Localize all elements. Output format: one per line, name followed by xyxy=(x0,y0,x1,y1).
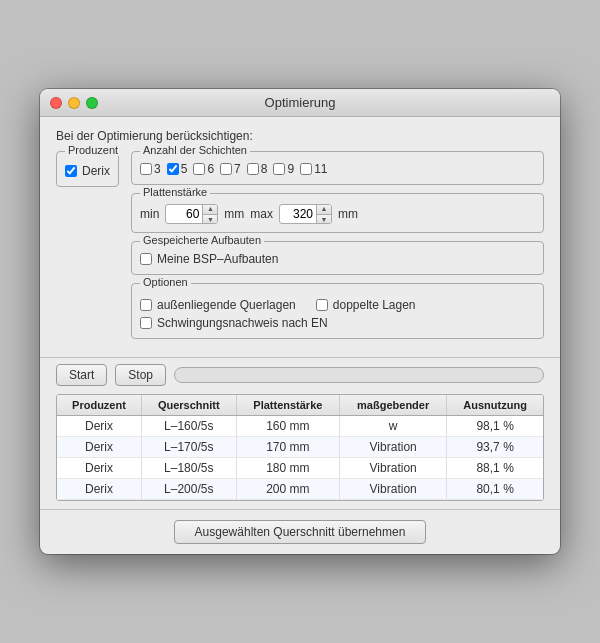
maximize-button[interactable] xyxy=(86,97,98,109)
section-header: Bei der Optimierung berücksichtigen: xyxy=(56,129,544,143)
produzent-derix-checkbox[interactable] xyxy=(65,165,77,177)
min-spin-down[interactable]: ▼ xyxy=(203,215,217,225)
table-cell: 170 mm xyxy=(236,437,339,458)
minimize-button[interactable] xyxy=(68,97,80,109)
options-row1: außenliegende Querlagen doppelte Lagen xyxy=(140,290,535,312)
produzent-derix-row: Derix xyxy=(65,164,110,178)
option3-checkbox[interactable] xyxy=(140,317,152,329)
option3-label: Schwingungsnachweis nach EN xyxy=(157,316,328,330)
schichten-item-8: 8 xyxy=(247,162,268,176)
close-button[interactable] xyxy=(50,97,62,109)
right-column: Anzahl der Schichten 3 5 6 xyxy=(131,151,544,347)
results-table: Produzent Querschnitt Plattenstärke maßg… xyxy=(57,395,543,500)
plattenstaerke-title: Plattenstärke xyxy=(140,186,210,198)
option1-row: außenliegende Querlagen xyxy=(140,298,296,312)
controls-bar: Start Stop xyxy=(40,357,560,394)
schichten-title: Anzahl der Schichten xyxy=(140,144,250,156)
col-header-plattenstaerke: Plattenstärke xyxy=(236,395,339,416)
table-cell: 160 mm xyxy=(236,416,339,437)
mm1-label: mm xyxy=(224,207,244,221)
table-cell: L–170/5s xyxy=(141,437,236,458)
schichten-label-7: 7 xyxy=(234,162,241,176)
table-cell: Derix xyxy=(57,479,141,500)
table-cell: 200 mm xyxy=(236,479,339,500)
table-cell: 93,7 % xyxy=(447,437,543,458)
table-cell: 80,1 % xyxy=(447,479,543,500)
stop-button[interactable]: Stop xyxy=(115,364,166,386)
table-cell: L–160/5s xyxy=(141,416,236,437)
gespeicherte-item-label: Meine BSP–Aufbauten xyxy=(157,252,278,266)
schichten-item-9: 9 xyxy=(273,162,294,176)
table-cell: Derix xyxy=(57,437,141,458)
window-title: Optimierung xyxy=(265,95,336,110)
col-header-produzent: Produzent xyxy=(57,395,141,416)
min-value-input[interactable] xyxy=(166,207,202,221)
schichten-cb-6[interactable] xyxy=(193,163,205,175)
option2-row: doppelte Lagen xyxy=(316,298,416,312)
max-label: max xyxy=(250,207,273,221)
schichten-row: 3 5 6 7 xyxy=(140,158,535,176)
schichten-label-6: 6 xyxy=(207,162,214,176)
table-row[interactable]: DerixL–180/5s180 mmVibration88,1 % xyxy=(57,458,543,479)
table-row[interactable]: DerixL–160/5s160 mmw98,1 % xyxy=(57,416,543,437)
schichten-cb-11[interactable] xyxy=(300,163,312,175)
platten-row: min ▲ ▼ mm max xyxy=(140,200,535,224)
table-header: Produzent Querschnitt Plattenstärke maßg… xyxy=(57,395,543,416)
table-body: DerixL–160/5s160 mmw98,1 %DerixL–170/5s1… xyxy=(57,416,543,500)
max-spin-buttons: ▲ ▼ xyxy=(316,204,331,224)
mm2-label: mm xyxy=(338,207,358,221)
schichten-item-3: 3 xyxy=(140,162,161,176)
produzent-title: Produzent xyxy=(65,144,121,156)
option2-label: doppelte Lagen xyxy=(333,298,416,312)
schichten-item-6: 6 xyxy=(193,162,214,176)
table-row[interactable]: DerixL–200/5s200 mmVibration80,1 % xyxy=(57,479,543,500)
table-row[interactable]: DerixL–170/5s170 mmVibration93,7 % xyxy=(57,437,543,458)
produzent-derix-label: Derix xyxy=(82,164,110,178)
gespeicherte-group: Gespeicherte Aufbauten Meine BSP–Aufbaut… xyxy=(131,241,544,275)
max-spin-input: ▲ ▼ xyxy=(279,204,332,224)
results-table-container: Produzent Querschnitt Plattenstärke maßg… xyxy=(56,394,544,501)
table-header-row: Produzent Querschnitt Plattenstärke maßg… xyxy=(57,395,543,416)
option3-row: Schwingungsnachweis nach EN xyxy=(140,316,535,330)
schichten-cb-3[interactable] xyxy=(140,163,152,175)
table-cell: Vibration xyxy=(340,458,447,479)
schichten-cb-9[interactable] xyxy=(273,163,285,175)
table-cell: 180 mm xyxy=(236,458,339,479)
schichten-item-7: 7 xyxy=(220,162,241,176)
title-bar: Optimierung xyxy=(40,89,560,117)
schichten-label-9: 9 xyxy=(287,162,294,176)
progress-bar xyxy=(174,367,544,383)
gespeicherte-item-row: Meine BSP–Aufbauten xyxy=(140,252,535,266)
schichten-label-5: 5 xyxy=(181,162,188,176)
schichten-label-3: 3 xyxy=(154,162,161,176)
schichten-cb-7[interactable] xyxy=(220,163,232,175)
optionen-group: Optionen außenliegende Querlagen doppelt… xyxy=(131,283,544,339)
option1-checkbox[interactable] xyxy=(140,299,152,311)
table-cell: Vibration xyxy=(340,437,447,458)
table-cell: w xyxy=(340,416,447,437)
gespeicherte-checkbox[interactable] xyxy=(140,253,152,265)
min-spin-input: ▲ ▼ xyxy=(165,204,218,224)
accept-button[interactable]: Ausgewählten Querschnitt übernehmen xyxy=(174,520,427,544)
col-header-querschnitt: Querschnitt xyxy=(141,395,236,416)
schichten-item-5: 5 xyxy=(167,162,188,176)
min-spin-up[interactable]: ▲ xyxy=(203,204,217,215)
start-button[interactable]: Start xyxy=(56,364,107,386)
gespeicherte-title: Gespeicherte Aufbauten xyxy=(140,234,264,246)
max-value-input[interactable] xyxy=(280,207,316,221)
table-cell: L–180/5s xyxy=(141,458,236,479)
schichten-cb-8[interactable] xyxy=(247,163,259,175)
option2-checkbox[interactable] xyxy=(316,299,328,311)
schichten-label-8: 8 xyxy=(261,162,268,176)
schichten-group: Anzahl der Schichten 3 5 6 xyxy=(131,151,544,185)
main-window: Optimierung Bei der Optimierung berücksi… xyxy=(40,89,560,554)
produzent-box: Produzent Derix xyxy=(56,151,119,187)
table-cell: 88,1 % xyxy=(447,458,543,479)
max-spin-down[interactable]: ▼ xyxy=(317,215,331,225)
max-spin-up[interactable]: ▲ xyxy=(317,204,331,215)
plattenstaerke-group: Plattenstärke min ▲ ▼ mm max xyxy=(131,193,544,233)
table-cell: Derix xyxy=(57,458,141,479)
min-spin-buttons: ▲ ▼ xyxy=(202,204,217,224)
schichten-cb-5[interactable] xyxy=(167,163,179,175)
traffic-lights xyxy=(50,97,98,109)
